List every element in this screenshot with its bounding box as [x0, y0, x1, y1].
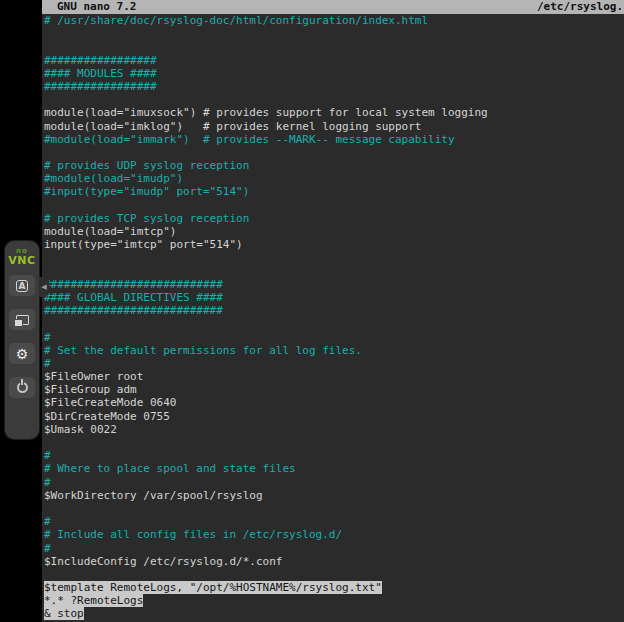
novnc-control-bar: no VNC A ⚙ [5, 241, 39, 439]
fullscreen-icon [16, 315, 29, 325]
terminal-line [42, 199, 624, 212]
terminal-line: $FileGroup adm [42, 383, 624, 396]
terminal-line: # [42, 331, 624, 344]
settings-button[interactable]: ⚙ [9, 343, 35, 364]
terminal-line: $template RemoteLogs, "/opt/%HOSTNAME%/r… [42, 581, 624, 594]
terminal-line [42, 93, 624, 106]
terminal-line: ########################### [42, 304, 624, 317]
terminal-line: #module(load="immark") # provides --MARK… [42, 133, 624, 146]
power-button[interactable] [9, 377, 35, 398]
terminal-line: #module(load="imudp") [42, 172, 624, 185]
nano-version-title: GNU nano 7.2 [57, 0, 136, 14]
terminal-line: module(load="imtcp") [42, 225, 624, 238]
fullscreen-button[interactable] [9, 309, 35, 330]
nano-filename: /etc/rsyslog. [537, 0, 623, 14]
keyboard-a-icon: A [16, 280, 29, 292]
novnc-logo: no VNC [8, 248, 35, 266]
terminal-line: #### GLOBAL DIRECTIVES #### [42, 291, 624, 304]
terminal-line: ################# [42, 54, 624, 67]
terminal-line [42, 317, 624, 330]
terminal-line [42, 251, 624, 264]
terminal-line [42, 265, 624, 278]
power-icon [17, 382, 28, 393]
terminal-line: # Include all config files in /etc/rsysl… [42, 528, 624, 541]
terminal-line: *.* ?RemoteLogs [42, 594, 624, 607]
terminal-line: # [42, 515, 624, 528]
terminal-screen[interactable]: GNU nano 7.2 /etc/rsyslog. # /usr/share/… [42, 0, 624, 622]
terminal-line: # Where to place spool and state files [42, 462, 624, 475]
terminal-line: module(load="imklog") # provides kernel … [42, 120, 624, 133]
terminal-line: # /usr/share/doc/rsyslog-doc/html/config… [42, 14, 624, 27]
terminal-line: ################# [42, 80, 624, 93]
terminal-line: input(type="imtcp" port="514") [42, 238, 624, 251]
terminal-line: $DirCreateMode 0755 [42, 410, 624, 423]
extra-keys-button[interactable]: A [9, 275, 35, 296]
desktop: { "colors": { "terminal_bg": "#2b2b2b", … [0, 0, 624, 622]
terminal-line: & stop [42, 607, 624, 620]
terminal-line [42, 146, 624, 159]
terminal-line: #input(type="imudp" port="514") [42, 185, 624, 198]
terminal-line: # [42, 542, 624, 555]
terminal-line: $Umask 0022 [42, 423, 624, 436]
terminal-line: # [42, 449, 624, 462]
terminal-line [42, 568, 624, 581]
terminal-line: $IncludeConfig /etc/rsyslog.d/*.conf [42, 555, 624, 568]
terminal-line: # provides UDP syslog reception [42, 159, 624, 172]
chevron-left-icon: ◀ [41, 283, 46, 291]
terminal-line: # [42, 476, 624, 489]
nano-edit-area: # /usr/share/doc/rsyslog-doc/html/config… [42, 14, 624, 621]
terminal-line: ########################### [42, 278, 624, 291]
terminal-line: #### MODULES #### [42, 67, 624, 80]
terminal-line: # provides TCP syslog reception [42, 212, 624, 225]
control-bar-handle[interactable]: ◀ [39, 277, 49, 297]
terminal-line: # [42, 357, 624, 370]
terminal-line: module(load="imuxsock") # provides suppo… [42, 106, 624, 119]
novnc-logo-vnc: VNC [8, 255, 35, 266]
terminal-line: $FileOwner root [42, 370, 624, 383]
terminal-line: $FileCreateMode 0640 [42, 396, 624, 409]
nano-titlebar: GNU nano 7.2 /etc/rsyslog. [42, 0, 624, 14]
terminal-line: # Set the default permissions for all lo… [42, 344, 624, 357]
terminal-line [42, 436, 624, 449]
gear-icon: ⚙ [16, 347, 29, 361]
terminal-line: $WorkDirectory /var/spool/rsyslog [42, 489, 624, 502]
terminal-line [42, 27, 624, 40]
terminal-line [42, 40, 624, 53]
terminal-line [42, 502, 624, 515]
